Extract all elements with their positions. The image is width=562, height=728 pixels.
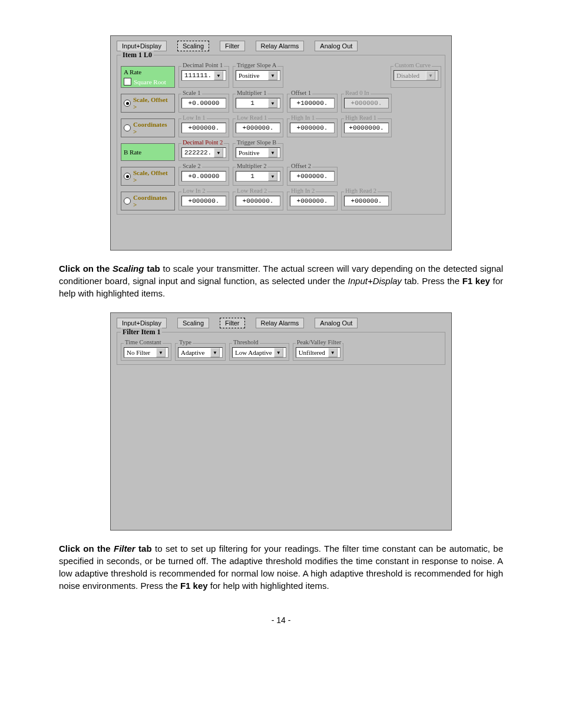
- tab-relay-alarms[interactable]: Relay Alarms: [256, 318, 305, 328]
- tab-scaling[interactable]: Scaling: [177, 318, 209, 328]
- offset-1-label: Offset 1: [290, 90, 312, 96]
- high-in-2-field: High In 2 +000000.: [287, 192, 338, 210]
- decimal-point-2-select[interactable]: 222222. ▼: [181, 147, 226, 158]
- read-0-in-input: +000000.: [344, 98, 389, 108]
- filter-group: Filter Item 1 Time Constant No Filter ▼ …: [117, 332, 445, 365]
- scale-offset-2-radio[interactable]: Scale, Offset >: [124, 169, 172, 183]
- b-rate-block: B Rate: [121, 143, 175, 161]
- low-read-1-input[interactable]: +000000.: [236, 123, 280, 133]
- tab-filter[interactable]: Filter: [220, 318, 244, 328]
- scale-offset-1-block: Scale, Offset >: [121, 94, 175, 113]
- coordinates-1-radio[interactable]: Coordinates >: [124, 121, 172, 135]
- multiplier-1-label: Multiplier 1: [236, 90, 267, 96]
- low-read-1-field: Low Read 1 +000000.: [233, 118, 283, 137]
- offset-2-label: Offset 2: [290, 163, 312, 169]
- scale-2-input[interactable]: +0.00000: [181, 171, 226, 182]
- radio-icon: [124, 173, 131, 180]
- chevron-down-icon: ▼: [214, 148, 223, 157]
- trigger-slope-a-field: Trigger Slope A Positive ▼: [233, 66, 283, 88]
- coordinates-2-radio[interactable]: Coordinates >: [124, 194, 172, 208]
- type-field: Type Adaptive ▼: [175, 343, 226, 361]
- time-constant-label: Time Constant: [124, 339, 163, 345]
- high-read-2-field: High Read 2 +000000.: [341, 192, 392, 210]
- radio-icon: [124, 124, 131, 131]
- decimal-point-1-select[interactable]: 111111. ▼: [181, 70, 226, 81]
- low-read-2-label: Low Read 2: [236, 187, 268, 194]
- threshold-select[interactable]: Low Adaptive ▼: [232, 347, 286, 358]
- chevron-down-icon: ▼: [268, 71, 277, 80]
- low-read-2-input[interactable]: +000000.: [236, 196, 280, 206]
- scale-offset-label: Scale, Offset >: [133, 96, 172, 110]
- multiplier-2-field: Multiplier 2 1 ▼: [233, 167, 283, 186]
- scaling-panel: Input+Display Scaling Filter Relay Alarm…: [110, 35, 452, 251]
- scale-offset-2-label: Scale, Offset >: [133, 169, 172, 183]
- offset-1-input[interactable]: +100000.: [290, 98, 335, 108]
- offset-1-field: Offset 1 +100000.: [287, 94, 338, 113]
- multiplier-2-select[interactable]: 1 ▼: [236, 171, 280, 182]
- low-in-2-field: Low In 2 +000000.: [178, 192, 229, 210]
- decimal-point-1-field: Decimal Point 1 111111. ▼: [178, 66, 229, 88]
- tab-analog-out[interactable]: Analog Out: [315, 41, 358, 51]
- tab-strip-1: Input+Display Scaling Filter Relay Alarm…: [117, 41, 445, 51]
- custom-curve-select: Disabled ▼: [394, 70, 438, 81]
- high-in-2-label: High In 2: [290, 187, 316, 194]
- low-in-2-input[interactable]: +000000.: [181, 196, 226, 206]
- scale-2-field: Scale 2 +0.00000: [178, 167, 229, 186]
- chevron-down-icon: ▼: [268, 148, 277, 157]
- trigger-slope-a-select[interactable]: Positive ▼: [236, 70, 280, 81]
- radio-icon: [124, 197, 131, 205]
- high-read-1-field: High Read 1 +0000000.: [341, 118, 392, 137]
- high-read-2-input[interactable]: +000000.: [344, 196, 389, 206]
- high-in-1-input[interactable]: +000000.: [290, 123, 335, 133]
- low-read-1-label: Low Read 1: [236, 114, 268, 121]
- chevron-down-icon: ▼: [426, 71, 435, 80]
- coordinates-label: Coordinates >: [133, 121, 172, 135]
- low-in-1-input[interactable]: +000000.: [181, 123, 226, 133]
- high-in-2-input[interactable]: +000000.: [290, 196, 335, 206]
- type-select[interactable]: Adaptive ▼: [178, 347, 223, 358]
- high-in-1-label: High In 1: [290, 114, 316, 121]
- tab-input-display[interactable]: Input+Display: [117, 41, 167, 51]
- square-root-label: Square Root: [134, 78, 166, 85]
- trigger-slope-b-select[interactable]: Positive ▼: [236, 147, 280, 158]
- trigger-slope-b-label: Trigger Slope B: [236, 139, 277, 146]
- tab-strip-2: Input+Display Scaling Filter Relay Alarm…: [117, 318, 445, 328]
- multiplier-1-select[interactable]: 1 ▼: [236, 98, 280, 108]
- low-in-2-label: Low In 2: [181, 187, 207, 194]
- tab-relay-alarms[interactable]: Relay Alarms: [256, 41, 305, 51]
- decimal-point-1-label: Decimal Point 1: [181, 62, 224, 68]
- scale-offset-1-radio[interactable]: Scale, Offset >: [124, 96, 172, 110]
- time-constant-field: Time Constant No Filter ▼: [121, 343, 171, 361]
- offset-2-input[interactable]: +000000.: [290, 171, 335, 182]
- low-in-1-label: Low In 1: [181, 114, 207, 121]
- peak-valley-select[interactable]: Unfiltered ▼: [296, 347, 340, 358]
- item-group-title: Item 1 L0: [121, 51, 154, 60]
- scale-2-label: Scale 2: [181, 163, 202, 169]
- read-0-in-label: Read 0 In: [344, 90, 371, 96]
- high-read-1-input[interactable]: +0000000.: [344, 123, 389, 133]
- time-constant-select[interactable]: No Filter ▼: [124, 347, 168, 358]
- b-rate-label: B Rate: [124, 149, 172, 156]
- multiplier-2-label: Multiplier 2: [236, 163, 267, 169]
- peak-valley-label: Peak/Valley Filter: [296, 339, 343, 345]
- scale-1-input[interactable]: +0.00000: [181, 98, 226, 108]
- threshold-field: Threshold Low Adaptive ▼: [229, 343, 289, 361]
- custom-curve-label: Custom Curve: [394, 62, 432, 68]
- filter-panel: Input+Display Scaling Filter Relay Alarm…: [110, 312, 452, 531]
- high-read-1-label: High Read 1: [344, 114, 378, 121]
- low-read-2-field: Low Read 2 +000000.: [233, 192, 283, 210]
- chevron-down-icon: ▼: [210, 348, 220, 357]
- chevron-down-icon: ▼: [214, 71, 223, 80]
- coordinates-2-label: Coordinates >: [133, 194, 172, 208]
- a-rate-label: A Rate: [124, 68, 172, 75]
- tab-filter[interactable]: Filter: [220, 41, 244, 51]
- chevron-down-icon: ▼: [268, 172, 277, 181]
- low-in-1-field: Low In 1 +000000.: [178, 118, 229, 137]
- high-read-2-label: High Read 2: [344, 187, 378, 194]
- filter-group-title: Filter Item 1: [121, 328, 162, 337]
- tab-scaling[interactable]: Scaling: [177, 41, 209, 51]
- offset-2-field: Offset 2 +000000.: [287, 167, 338, 186]
- chevron-down-icon: ▼: [268, 98, 277, 108]
- tab-analog-out[interactable]: Analog Out: [315, 318, 358, 328]
- tab-input-display[interactable]: Input+Display: [117, 318, 167, 328]
